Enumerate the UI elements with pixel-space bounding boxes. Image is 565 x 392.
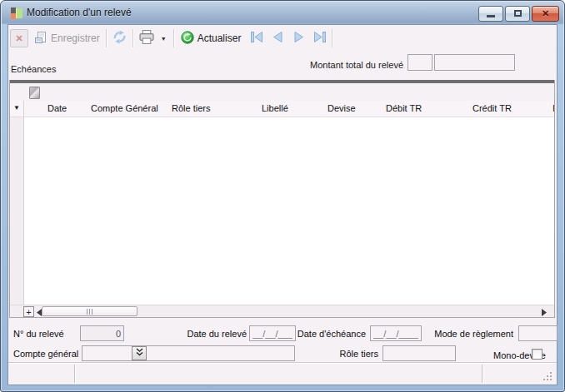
statusbar	[8, 362, 557, 385]
delete-button[interactable]: ✕	[10, 29, 28, 47]
grid-top-bar	[10, 80, 554, 83]
refresh-label: Actualiser	[198, 32, 242, 44]
app-icon	[11, 7, 22, 19]
column-header-role-tiers[interactable]: Rôle tiers	[172, 103, 210, 113]
row-marker-icon: ▼	[13, 105, 20, 112]
role-tiers-field[interactable]	[382, 345, 456, 361]
grid-header: ▼ Date Compte Général Rôle tiers Libellé…	[10, 101, 554, 117]
close-button[interactable]: ✕	[532, 6, 559, 22]
toolbar-separator	[106, 29, 107, 47]
refresh-button[interactable]: Actualiser	[178, 28, 245, 48]
print-button[interactable]	[136, 28, 158, 48]
mode-reglement-label: Mode de règlement	[422, 329, 513, 339]
delete-icon: ✕	[15, 34, 22, 43]
nav-last-button[interactable]	[310, 28, 328, 48]
numero-releve-label: N° du relevé	[13, 329, 64, 339]
client-area: ✕ Enregistrer	[8, 24, 558, 385]
montant-total-field[interactable]	[434, 54, 515, 71]
scrollbar-grip	[87, 309, 93, 315]
minimize-icon	[487, 15, 495, 17]
scroll-right-icon[interactable]	[542, 308, 547, 318]
echeances-grid: ▼ Date Compte Général Rôle tiers Libellé…	[9, 80, 555, 318]
nav-next-button[interactable]	[289, 28, 308, 48]
nav-previous-icon	[271, 32, 285, 45]
minimize-button[interactable]	[478, 6, 503, 22]
nav-first-icon	[250, 32, 264, 45]
statusbar-divider	[482, 365, 482, 383]
save-icon	[34, 31, 48, 47]
printer-icon	[138, 30, 155, 47]
numero-releve-field[interactable]	[80, 325, 124, 341]
grid-body[interactable]	[10, 117, 554, 305]
chevron-double-down-icon	[135, 347, 144, 360]
toolbar-separator	[173, 29, 174, 47]
row-selector-column	[10, 117, 24, 305]
dropdown-icon: ▼	[161, 36, 167, 42]
scrollbar-thumb[interactable]	[42, 306, 138, 316]
date-echeance-label: Date d'échéance	[289, 329, 366, 339]
column-header-truncated[interactable]: I	[552, 103, 555, 113]
nav-next-icon	[292, 32, 306, 45]
date-echeance-field[interactable]	[370, 325, 422, 341]
sync-icon	[112, 30, 127, 47]
toolbar: ✕ Enregistrer	[8, 26, 557, 51]
maximize-icon	[514, 10, 522, 17]
close-icon: ✕	[542, 7, 549, 21]
titlebar[interactable]: Modification d'un relevé ✕	[2, 2, 563, 24]
echeances-label: Echéances	[11, 64, 56, 74]
montant-currency-field[interactable]	[408, 54, 432, 71]
column-header-debit-tr[interactable]: Débit TR	[386, 103, 422, 113]
row-selector-header[interactable]: ▼	[10, 101, 24, 117]
nav-previous-button[interactable]	[268, 28, 287, 48]
add-row-button[interactable]: +	[23, 306, 34, 317]
toolbar-separator	[132, 29, 133, 47]
compte-general-lookup-button[interactable]	[132, 346, 147, 360]
resize-grip[interactable]	[542, 370, 552, 380]
modification-releve-window: Modification d'un relevé ✕ ✕	[0, 0, 565, 392]
column-header-devise[interactable]: Devise	[328, 103, 356, 113]
sync-button[interactable]	[110, 28, 130, 48]
compte-general-label: Compte général	[13, 349, 78, 359]
print-options-button[interactable]: ▼	[158, 28, 170, 48]
statusbar-divider	[74, 365, 75, 383]
column-header-compte-general[interactable]: Compte Général	[91, 103, 158, 113]
column-header-credit-tr[interactable]: Crédit TR	[472, 103, 512, 113]
grid-corner-icon[interactable]	[29, 87, 40, 99]
statusbar-section	[12, 363, 72, 385]
grid-horizontal-scrollbar: +	[10, 305, 554, 317]
statusbar-section	[78, 363, 478, 385]
save-button[interactable]: Enregistrer	[31, 28, 103, 48]
montant-total-label: Montant total du relevé	[300, 60, 403, 70]
column-header-date[interactable]: Date	[48, 103, 67, 113]
date-releve-label: Date du relevé	[150, 329, 247, 339]
window-title: Modification d'un relevé	[27, 2, 132, 24]
statusbar-section	[486, 363, 544, 385]
nav-first-button[interactable]	[248, 28, 266, 48]
compte-general-combo[interactable]	[82, 345, 295, 361]
role-tiers-label: Rôle tiers	[308, 349, 378, 359]
column-header-libelle[interactable]: Libellé	[262, 103, 288, 113]
toolbar-separator	[332, 29, 332, 47]
nav-last-icon	[312, 32, 327, 45]
mono-devise-checkbox[interactable]	[532, 349, 542, 360]
mode-reglement-field[interactable]	[518, 325, 558, 341]
refresh-icon	[181, 31, 194, 47]
save-label: Enregistrer	[51, 32, 100, 44]
maximize-button[interactable]	[505, 6, 530, 22]
